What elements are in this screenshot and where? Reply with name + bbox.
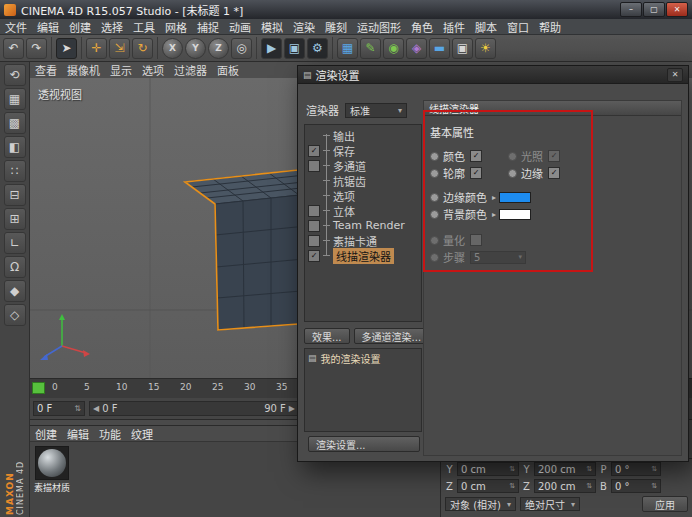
coordinate-system-icon[interactable]: ◎	[231, 38, 252, 59]
snap-icon[interactable]: Ω	[4, 256, 26, 278]
model-mode-icon[interactable]: ▦	[4, 88, 26, 110]
range-right-arrow-icon[interactable]: ▶	[289, 404, 295, 413]
multipass-render-button[interactable]: 多通道渲染...	[354, 328, 430, 344]
rotation-p-field[interactable]: 0 °	[611, 462, 661, 476]
menu-tools[interactable]: 工具	[128, 19, 160, 35]
edge-color-swatch[interactable]	[499, 192, 531, 203]
preset-my-render-settings[interactable]: ▤ 我的渲染设置	[308, 351, 418, 365]
redo-icon[interactable]: ↷	[26, 38, 47, 59]
render-view-icon[interactable]: ▶	[261, 38, 282, 59]
uv-mode-icon[interactable]: ◧	[4, 136, 26, 158]
add-cube-icon[interactable]: ▦	[337, 38, 358, 59]
add-pen-icon[interactable]: ✎	[360, 38, 381, 59]
axis-lock-icon[interactable]: ◆	[4, 280, 26, 302]
keyframe-dot[interactable]	[430, 152, 439, 161]
menu-simulate[interactable]: 模拟	[256, 19, 288, 35]
position-y-field[interactable]: 0 cm	[457, 462, 519, 476]
x-axis-button[interactable]: X	[162, 38, 183, 59]
list-item-sketch-toon[interactable]: 素描卡通	[305, 233, 421, 248]
dialog-close-icon[interactable]: ✕	[667, 68, 683, 82]
menu-create[interactable]: 创建	[64, 19, 96, 35]
background-color-swatch[interactable]	[499, 209, 531, 220]
list-item-options[interactable]: 选项	[305, 188, 421, 203]
renderer-dropdown[interactable]: 标准	[345, 103, 407, 118]
sketch-toon-checkbox[interactable]	[308, 235, 320, 247]
current-frame-field[interactable]: 0 F	[33, 401, 85, 416]
viewport-menu-camera[interactable]: 摄像机	[62, 62, 105, 78]
size-z-field[interactable]: 200 cm	[534, 479, 596, 493]
list-item-multipass[interactable]: 多通道	[305, 158, 421, 173]
polygons-mode-icon[interactable]: ⊞	[4, 208, 26, 230]
menu-character[interactable]: 角色	[406, 19, 438, 35]
keyframe-dot[interactable]	[508, 152, 517, 161]
history-icon[interactable]: ⟲	[4, 64, 26, 86]
line-renderer-checkbox[interactable]: ✓	[308, 250, 320, 262]
viewport-menu-options[interactable]: 选项	[137, 62, 169, 78]
viewport-menu-display[interactable]: 显示	[105, 62, 137, 78]
minimize-button[interactable]: –	[620, 2, 642, 17]
size-y-field[interactable]: 200 cm	[534, 462, 596, 476]
expand-triangle-icon[interactable]: ▸	[492, 193, 496, 202]
points-mode-icon[interactable]: ∷	[4, 160, 26, 182]
rotate-icon[interactable]: ↻	[132, 38, 153, 59]
edges-mode-icon[interactable]: ⊟	[4, 184, 26, 206]
menu-mograph[interactable]: 运动图形	[352, 19, 406, 35]
add-light-icon[interactable]: ☀	[475, 38, 496, 59]
material-thumbnail[interactable]	[35, 446, 69, 480]
save-checkbox[interactable]: ✓	[308, 145, 320, 157]
menu-snap[interactable]: 捕捉	[192, 19, 224, 35]
light-checkbox[interactable]: ✓	[548, 150, 560, 162]
render-settings-icon[interactable]: ⚙	[307, 38, 328, 59]
list-item-stereo[interactable]: 立体	[305, 203, 421, 218]
edge-checkbox[interactable]: ✓	[548, 167, 560, 179]
live-selection-icon[interactable]: ➤	[56, 38, 77, 59]
viewport-menu-filter[interactable]: 过滤器	[169, 62, 212, 78]
list-item-save[interactable]: ✓ 保存	[305, 143, 421, 158]
list-item-antialiasing[interactable]: 抗锯齿	[305, 173, 421, 188]
timeline-playhead[interactable]	[32, 382, 45, 394]
steps-field[interactable]: 5	[470, 251, 526, 264]
scale-icon[interactable]: ⇲	[109, 38, 130, 59]
frame-range-slider[interactable]: ◀ 0 F 90 F ▶	[89, 401, 299, 416]
keyframe-dot[interactable]	[430, 193, 439, 202]
viewport-menu-panel[interactable]: 面板	[212, 62, 244, 78]
menu-plugins[interactable]: 插件	[438, 19, 470, 35]
texture-mode-icon[interactable]: ▩	[4, 112, 26, 134]
menu-script[interactable]: 脚本	[470, 19, 502, 35]
list-item-team-render[interactable]: Team Render	[305, 218, 421, 233]
menu-mesh[interactable]: 网格	[160, 19, 192, 35]
menu-edit[interactable]: 编辑	[32, 19, 64, 35]
close-button[interactable]: ✕	[666, 2, 688, 17]
range-left-arrow-icon[interactable]: ◀	[93, 404, 99, 413]
maximize-button[interactable]: ▢	[643, 2, 665, 17]
material-menu-function[interactable]: 功能	[94, 426, 126, 442]
keyframe-dot[interactable]	[508, 169, 517, 178]
viewport-menu-view[interactable]: 查看	[30, 62, 62, 78]
quantize-checkbox[interactable]	[470, 234, 482, 246]
rotation-b-field[interactable]: 0 °	[611, 479, 661, 493]
keyframe-dot[interactable]	[430, 169, 439, 178]
position-z-field[interactable]: 0 cm	[457, 479, 519, 493]
y-axis-button[interactable]: Y	[185, 38, 206, 59]
render-picture-viewer-icon[interactable]: ▣	[284, 38, 305, 59]
menu-animate[interactable]: 动画	[224, 19, 256, 35]
material-menu-edit[interactable]: 编辑	[62, 426, 94, 442]
menu-help[interactable]: 帮助	[534, 19, 566, 35]
team-render-checkbox[interactable]	[308, 220, 320, 232]
material-name[interactable]: 素描材质	[32, 481, 72, 494]
color-checkbox[interactable]: ✓	[470, 150, 482, 162]
list-item-output[interactable]: 输出	[305, 128, 421, 143]
menu-file[interactable]: 文件	[0, 19, 32, 35]
render-settings-bottom-button[interactable]: 渲染设置...	[308, 436, 420, 452]
add-floor-icon[interactable]: ▬	[429, 38, 450, 59]
multipass-checkbox[interactable]	[308, 160, 320, 172]
menu-select[interactable]: 选择	[96, 19, 128, 35]
material-menu-create[interactable]: 创建	[30, 426, 62, 442]
coordinate-mode-dropdown[interactable]: 对象 (相对)	[445, 497, 516, 511]
keyframe-dot[interactable]	[430, 210, 439, 219]
apply-button[interactable]: 应用	[642, 496, 688, 512]
workplane-icon[interactable]: ∟	[4, 232, 26, 254]
dialog-titlebar[interactable]: ▤ 渲染设置 ✕	[298, 66, 688, 84]
material-menu-texture[interactable]: 纹理	[126, 426, 158, 442]
keyframe-dot[interactable]	[430, 236, 439, 245]
